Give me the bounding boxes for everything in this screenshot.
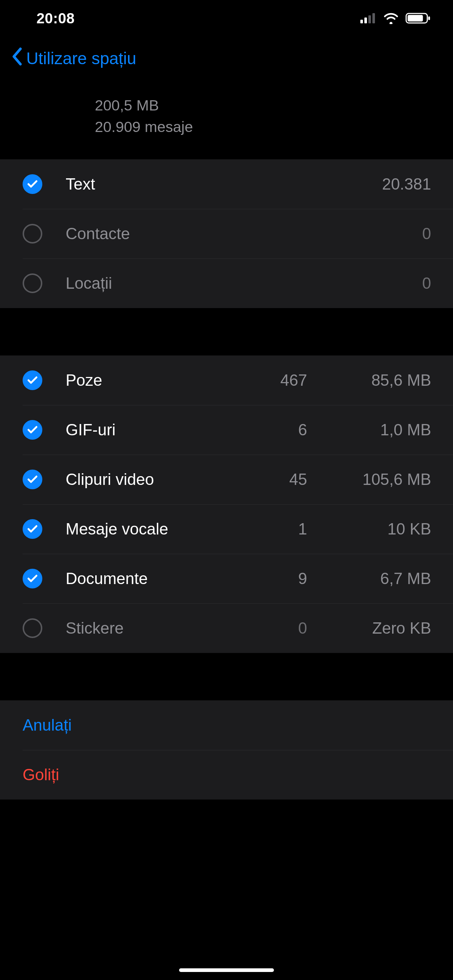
status-time: 20:08 xyxy=(37,10,75,27)
list-item[interactable]: Locații0 xyxy=(0,258,453,308)
back-button[interactable]: Utilizare spațiu xyxy=(26,48,136,68)
svg-rect-0 xyxy=(360,20,363,23)
wifi-icon xyxy=(383,13,399,24)
section-gap xyxy=(0,308,453,355)
item-label: Text xyxy=(65,175,219,193)
checkbox[interactable] xyxy=(22,224,42,243)
checkbox[interactable] xyxy=(22,618,42,638)
svg-rect-3 xyxy=(372,13,375,23)
cancel-button[interactable]: Anulați xyxy=(0,700,453,750)
item-count: 0 xyxy=(219,619,307,637)
checkbox[interactable] xyxy=(22,420,42,440)
item-count: 467 xyxy=(219,371,307,390)
item-count: 20.381 xyxy=(219,175,431,193)
item-label: Contacte xyxy=(65,224,219,243)
svg-rect-1 xyxy=(364,18,367,23)
item-count: 6 xyxy=(219,421,307,439)
list-item[interactable]: Text20.381 xyxy=(0,159,453,209)
item-size: 6,7 MB xyxy=(307,570,431,588)
checkbox[interactable] xyxy=(22,519,42,539)
status-bar: 20:08 xyxy=(0,0,453,37)
item-size: 1,0 MB xyxy=(307,421,431,439)
list-item[interactable]: GIF-uri61,0 MB xyxy=(0,405,453,455)
list-item[interactable]: Stickere0Zero KB xyxy=(0,603,453,653)
item-size: Zero KB xyxy=(307,619,431,637)
checkbox[interactable] xyxy=(22,274,42,293)
group-media: Poze46785,6 MB GIF-uri61,0 MB Clipuri vi… xyxy=(0,355,453,653)
item-size: 105,6 MB xyxy=(307,470,431,488)
checkbox[interactable] xyxy=(22,371,42,390)
svg-rect-5 xyxy=(408,15,423,22)
group-basic: Text20.381Contacte0Locații0 xyxy=(0,159,453,308)
item-label: Documente xyxy=(65,570,219,588)
item-count: 45 xyxy=(219,470,307,488)
checkbox[interactable] xyxy=(22,569,42,589)
clear-button[interactable]: Goliți xyxy=(0,750,453,800)
list-item[interactable]: Clipuri video45105,6 MB xyxy=(0,455,453,504)
cellular-icon xyxy=(360,13,376,23)
item-count: 9 xyxy=(219,570,307,588)
item-label: Locații xyxy=(65,274,219,293)
checkbox[interactable] xyxy=(22,174,42,194)
actions-group: Anulați Goliți xyxy=(0,700,453,800)
item-label: Poze xyxy=(65,371,219,390)
item-label: Mesaje vocale xyxy=(65,520,219,538)
list-item[interactable]: Poze46785,6 MB xyxy=(0,355,453,405)
svg-rect-2 xyxy=(368,15,371,23)
item-count: 1 xyxy=(219,520,307,538)
checkbox[interactable] xyxy=(22,469,42,489)
back-chevron-icon[interactable] xyxy=(11,48,22,69)
list-item[interactable]: Mesaje vocale110 KB xyxy=(0,504,453,554)
summary-messages: 20.909 mesaje xyxy=(95,116,453,138)
svg-rect-6 xyxy=(428,16,430,20)
nav-bar: Utilizare spațiu xyxy=(0,37,453,80)
summary-size: 200,5 MB xyxy=(95,95,453,116)
list-item[interactable]: Contacte0 xyxy=(0,209,453,258)
chat-summary: 200,5 MB 20.909 mesaje xyxy=(0,80,453,159)
item-size: 85,6 MB xyxy=(307,371,431,390)
item-label: GIF-uri xyxy=(65,421,219,439)
item-size: 10 KB xyxy=(307,520,431,538)
battery-icon xyxy=(405,13,431,24)
item-count: 0 xyxy=(219,274,431,293)
list-item[interactable]: Documente96,7 MB xyxy=(0,554,453,603)
item-label: Stickere xyxy=(65,619,219,637)
home-indicator xyxy=(179,968,274,972)
item-count: 0 xyxy=(219,224,431,243)
item-label: Clipuri video xyxy=(65,470,219,488)
